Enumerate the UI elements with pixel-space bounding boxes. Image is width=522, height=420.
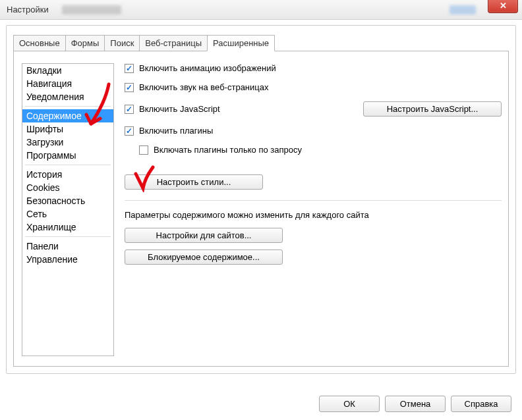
tab-webpages[interactable]: Веб-страницы (139, 35, 208, 51)
sidebar-separator (25, 106, 111, 107)
sidebar-separator (25, 165, 111, 165)
row-plugins: ✓ Включить плагины (125, 126, 502, 136)
separator (125, 200, 502, 201)
tab-forms[interactable]: Формы (65, 35, 105, 51)
site-settings-button[interactable]: Настройки для сайтов... (125, 228, 283, 243)
window-title: Настройки (0, 5, 49, 14)
checkbox-javascript[interactable]: ✓ (125, 105, 134, 114)
tab-advanced[interactable]: Расширенные (207, 35, 275, 51)
row-anim-images: ✓ Включить анимацию изображений (125, 63, 502, 73)
sidebar-item-network[interactable]: Сеть (22, 207, 113, 221)
tabs: Основные Формы Поиск Веб-страницы Расшир… (13, 35, 274, 51)
sidebar-item-programs[interactable]: Программы (22, 149, 113, 162)
ok-button[interactable]: ОК (319, 396, 380, 412)
tab-basic[interactable]: Основные (13, 35, 66, 51)
checkbox-plugins-on-demand[interactable] (139, 145, 148, 155)
cancel-button[interactable]: Отмена (385, 396, 446, 412)
sidebar-item-cookies[interactable]: Cookies (22, 181, 113, 194)
sidebar-item-panels[interactable]: Панели (22, 240, 113, 253)
row-plugins-on-demand: Включать плагины только по запросу (139, 145, 502, 155)
title-bar: Настройки ✕ (0, 0, 522, 20)
config-javascript-button[interactable]: Настроить JavaScript... (363, 101, 502, 117)
row-javascript: ✓ Включить JavaScript Настроить JavaScri… (125, 101, 502, 117)
site-content-hint: Параметры содержимого можно изменить для… (125, 210, 502, 220)
checkbox-anim-images[interactable]: ✓ (125, 64, 134, 73)
label-anim-images: Включить анимацию изображений (139, 63, 276, 73)
sidebar-list[interactable]: Вкладки Навигация Уведомления Содержимое… (22, 63, 114, 356)
title-blurred-text (62, 5, 121, 14)
checkbox-sound[interactable]: ✓ (125, 83, 134, 92)
dialog-footer: ОК Отмена Справка (0, 387, 522, 420)
row-sound: ✓ Включить звук на веб-страницах (125, 82, 502, 92)
label-plugins: Включить плагины (139, 126, 213, 136)
label-plugins-on-demand: Включать плагины только по запросу (154, 145, 302, 155)
tab-search[interactable]: Поиск (104, 35, 140, 51)
title-right-blurred (450, 5, 476, 14)
help-button[interactable]: Справка (451, 396, 511, 412)
close-button[interactable]: ✕ (488, 0, 518, 13)
sidebar-item-tabs[interactable]: Вкладки (22, 64, 113, 77)
tab-panel-advanced: Вкладки Навигация Уведомления Содержимое… (13, 51, 509, 367)
config-styles-button[interactable]: Настроить стили... (125, 174, 263, 190)
sidebar-item-fonts[interactable]: Шрифты (22, 122, 113, 136)
checkbox-plugins[interactable]: ✓ (125, 126, 134, 136)
sidebar-separator (25, 236, 111, 237)
label-sound: Включить звук на веб-страницах (139, 82, 268, 92)
sidebar-item-management[interactable]: Управление (22, 253, 113, 266)
close-icon: ✕ (500, 1, 507, 11)
sidebar-item-security[interactable]: Безопасность (22, 194, 113, 207)
label-javascript: Включить JavaScript (139, 104, 220, 114)
sidebar-item-history[interactable]: История (22, 168, 113, 181)
site-buttons-stack: Настройки для сайтов... Блокируемое соде… (125, 228, 502, 265)
sidebar-item-navigation[interactable]: Навигация (22, 77, 113, 90)
sidebar-item-downloads[interactable]: Загрузки (22, 136, 113, 149)
sidebar-item-content[interactable]: Содержимое (22, 109, 113, 122)
content-panel: ✓ Включить анимацию изображений ✓ Включи… (125, 63, 502, 356)
blocked-content-button[interactable]: Блокируемое содержимое... (125, 249, 283, 265)
sidebar-item-notifications[interactable]: Уведомления (22, 90, 113, 103)
sidebar-item-storage[interactable]: Хранилище (22, 221, 113, 234)
